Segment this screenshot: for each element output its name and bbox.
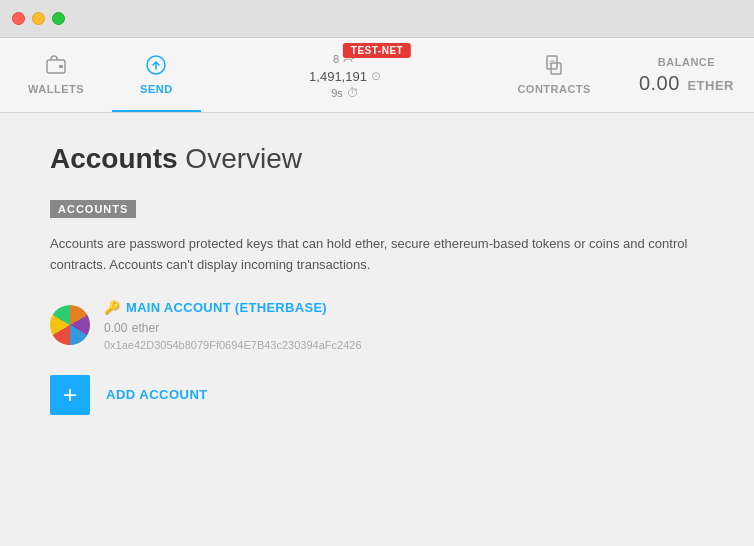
balance-value: 0.00 xyxy=(104,321,127,335)
account-info: 🔑 MAIN ACCOUNT (ETHERBASE) 0.00 ether 0x… xyxy=(104,300,362,351)
main-content: Accounts Overview ACCOUNTS Accounts are … xyxy=(0,113,754,546)
balance-display: BALANCE 0.00 ETHER xyxy=(619,38,754,112)
add-account-button[interactable]: + xyxy=(50,375,90,415)
traffic-lights xyxy=(12,12,65,25)
tab-wallets[interactable]: WALLETS xyxy=(0,38,112,112)
block-number: 1,491,191 xyxy=(309,69,367,84)
close-button[interactable] xyxy=(12,12,25,25)
account-address[interactable]: 0x1ae42D3054b8079Ff0694E7B43c230394aFc24… xyxy=(104,339,362,351)
navbar: WALLETS SEND TEST-NET 8 1,491,191 xyxy=(0,38,754,113)
send-label: SEND xyxy=(140,83,173,95)
contracts-label: CONTRACTS xyxy=(517,83,591,95)
account-name-row: 🔑 MAIN ACCOUNT (ETHERBASE) xyxy=(104,300,362,315)
wallets-label: WALLETS xyxy=(28,83,84,95)
wallet-icon xyxy=(45,54,67,79)
testnet-badge: TEST-NET xyxy=(343,43,411,58)
page-title-strong: Accounts xyxy=(50,143,178,174)
svg-rect-1 xyxy=(59,65,63,68)
contracts-icon xyxy=(543,54,565,79)
balance-label: BALANCE xyxy=(658,56,715,68)
balance-value-row: 0.00 ETHER xyxy=(639,72,734,95)
page-title-rest: Overview xyxy=(178,143,302,174)
minimize-button[interactable] xyxy=(32,12,45,25)
description-text: Accounts are password protected keys tha… xyxy=(50,234,704,276)
section-label: ACCOUNTS xyxy=(50,200,136,218)
tab-contracts[interactable]: CONTRACTS xyxy=(489,38,619,112)
maximize-button[interactable] xyxy=(52,12,65,25)
peers-count: 8 xyxy=(333,53,339,65)
account-balance: 0.00 ether xyxy=(104,318,362,336)
time-row: 9s ⏱ xyxy=(331,86,359,100)
balance-unit: ETHER xyxy=(687,78,734,93)
add-account-row: + ADD ACCOUNT xyxy=(50,375,704,415)
clock-icon: ⏱ xyxy=(347,86,359,100)
sync-ring-icon: ⊙ xyxy=(371,69,381,83)
send-icon xyxy=(145,54,167,79)
sync-time: 9s xyxy=(331,87,343,99)
titlebar xyxy=(0,0,754,38)
block-row: 1,491,191 ⊙ xyxy=(309,69,381,84)
sync-info: TEST-NET 8 1,491,191 ⊙ 9s ⏱ xyxy=(201,38,490,112)
tab-send[interactable]: SEND xyxy=(112,38,201,112)
balance-unit-label: ether xyxy=(132,321,159,335)
key-icon: 🔑 xyxy=(104,300,120,315)
account-name[interactable]: MAIN ACCOUNT (ETHERBASE) xyxy=(126,300,327,315)
avatar xyxy=(50,305,90,345)
page-title: Accounts Overview xyxy=(50,143,704,175)
balance-amount: 0.00 xyxy=(639,72,680,94)
add-account-label[interactable]: ADD ACCOUNT xyxy=(106,387,208,402)
account-item: 🔑 MAIN ACCOUNT (ETHERBASE) 0.00 ether 0x… xyxy=(50,300,704,351)
